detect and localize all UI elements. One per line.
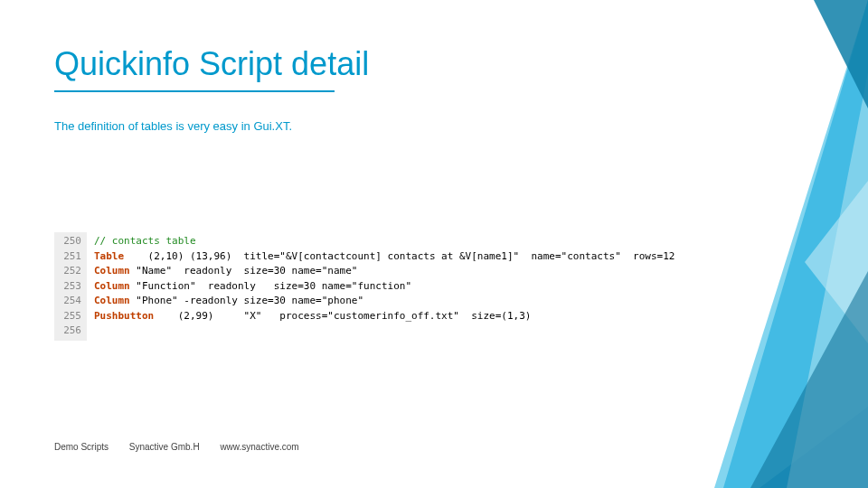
line-number: 254 (60, 294, 81, 309)
line-numbers: 250251252253254255256 (54, 232, 87, 341)
code-line: Column "Function" readonly size=30 name=… (94, 279, 675, 295)
line-number: 253 (60, 279, 81, 295)
page-title: Quickinfo Script detail (54, 45, 814, 83)
line-number: 252 (60, 264, 81, 279)
code-line: // contacts table (94, 234, 675, 249)
slide: Quickinfo Script detail The definition o… (0, 0, 868, 488)
footer: Demo Scripts Synactive Gmb.H www.synacti… (54, 442, 317, 452)
code-line (94, 324, 675, 339)
code-content: // contacts tableTable (2,10) (13,96) ti… (87, 232, 682, 341)
line-number: 251 (60, 249, 81, 265)
footer-demo: Demo Scripts (54, 442, 108, 452)
code-line: Column "Phone" -readonly size=30 name="p… (94, 294, 675, 309)
code-line: Pushbutton (2,99) "X" process="customeri… (94, 309, 675, 324)
code-line: Table (2,10) (13,96) title="&V[contactco… (94, 249, 675, 265)
line-number: 255 (60, 309, 81, 324)
line-number: 256 (60, 324, 81, 339)
footer-url: www.synactive.com (220, 442, 298, 452)
code-block: 250251252253254255256 // contacts tableT… (54, 232, 814, 341)
title-underline (54, 90, 335, 92)
code-line: Column "Name" readonly size=30 name="nam… (94, 264, 675, 279)
footer-company: Synactive Gmb.H (129, 442, 200, 452)
subtitle-text: The definition of tables is very easy in… (54, 119, 814, 133)
line-number: 250 (60, 234, 81, 249)
